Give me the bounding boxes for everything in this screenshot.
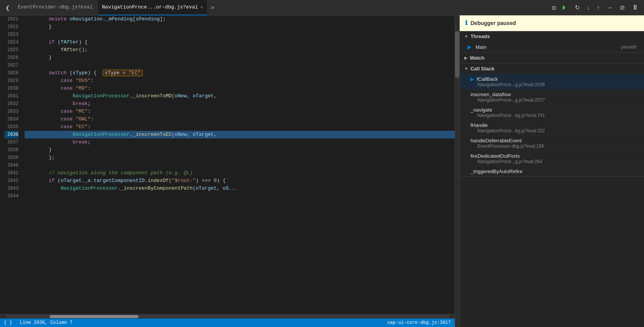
code-line: NavigationProcessor._inscreenByComponent…: [25, 185, 455, 192]
back-button[interactable]: ❮: [3, 3, 12, 12]
watch-header[interactable]: Watch: [460, 53, 644, 63]
debugger-banner: ℹ Debugger paused: [460, 15, 644, 31]
thread-arrow-icon: ▶: [467, 44, 472, 50]
code-line: }: [25, 23, 455, 31]
deactivate-button[interactable]: ⊘: [617, 2, 627, 13]
line-numbers: 2021 2022 2023 2024 2025 2026 2027 2028 …: [0, 15, 22, 314]
code-line: switch (sType) { sType = "EC": [25, 69, 455, 77]
call-stack-label: Call Stack: [470, 66, 494, 72]
step-button[interactable]: →: [604, 3, 615, 13]
code-line: if (fAfter) {: [25, 38, 455, 46]
stack-fn-name: inscreen_dataflow: [470, 92, 511, 97]
stack-fn-name: _triggeredByAutoRefire: [470, 169, 522, 174]
watch-label: Watch: [470, 55, 485, 61]
pause-button[interactable]: ⏸: [629, 2, 641, 13]
right-panel: ℹ Debugger paused Threads ▶ Main paused: [459, 15, 644, 327]
step-over-button[interactable]: ↻: [572, 2, 582, 13]
stack-frame-2[interactable]: _navigate NavigationProce...bg.js?eval:7…: [460, 105, 644, 120]
step-out-button[interactable]: ↑: [594, 3, 602, 13]
code-area[interactable]: 2021 2022 2023 2024 2025 2026 2027 2028 …: [0, 15, 455, 314]
editor-wrapper: 2021 2022 2023 2024 2025 2026 2027 2028 …: [0, 15, 459, 327]
thread-name: Main: [475, 44, 617, 50]
call-stack-header[interactable]: Call Stack: [460, 63, 644, 74]
code-line: }: [25, 146, 455, 154]
call-stack-section: Call Stack ▶ fCallBack NavigationProce..…: [460, 63, 644, 177]
threads-header[interactable]: Threads: [460, 31, 644, 42]
vertical-scrollbar[interactable]: [455, 15, 459, 327]
thread-main[interactable]: ▶ Main paused: [460, 42, 644, 52]
debugger-paused-text: Debugger paused: [470, 20, 516, 26]
code-line: [25, 162, 455, 169]
stack-frame-0[interactable]: ▶ fCallBack NavigationProce...g.js?eval:…: [460, 74, 644, 89]
threads-section: Threads ▶ Main paused: [460, 31, 644, 53]
call-stack-toggle-icon: [464, 67, 468, 71]
stack-location: EventProcessor-dbg.js?eval:189: [470, 143, 636, 149]
code-line: fAfter();: [25, 46, 455, 54]
stack-frame-3[interactable]: fHandle NavigationProce...bg.js?eval:252: [460, 120, 644, 135]
line-column-info: Line 2036, Column 7: [20, 320, 73, 325]
watch-toggle-icon: [464, 56, 467, 60]
stack-location: NavigationProce...g.js?eval:2036: [470, 82, 636, 87]
stack-location: NavigationProce...bg.js?eval:252: [470, 128, 636, 133]
stack-fn-name: fCallBack: [477, 76, 498, 82]
code-line: [25, 192, 455, 200]
code-line: [25, 62, 455, 69]
stack-location: NavigationProce...g.js?eval:264: [470, 159, 636, 164]
right-panel-scroll[interactable]: Threads ▶ Main paused Watch Ca: [460, 31, 644, 327]
code-line: }: [25, 54, 455, 62]
code-line: case "MC":: [25, 108, 455, 115]
thread-status: paused: [621, 44, 636, 50]
more-tabs-button[interactable]: »: [209, 4, 217, 11]
status-bar: { } Line 2036, Column 7 sap-ui-core-dbg.…: [0, 319, 455, 327]
code-line: break;: [25, 100, 455, 108]
panel-toggle-button[interactable]: ⊟: [549, 3, 559, 12]
tab-label: EventProvider-dbg.js?eval: [18, 4, 93, 10]
code-line: case "EC":: [25, 123, 455, 131]
tab-eventprovider[interactable]: EventProvider-dbg.js?eval: [14, 0, 97, 15]
threads-toggle-icon: [464, 34, 468, 38]
stack-fn-name: fHandle: [470, 122, 488, 128]
stack-location: NavigationProce...bg.js?eval:741: [470, 113, 636, 118]
toolbar: ❮ EventProvider-dbg.js?eval NavigationPr…: [0, 0, 644, 15]
tab-navigationprocessor[interactable]: NavigationProce...or-dbg.js?eval ✕: [98, 0, 207, 15]
stack-fn-name: handleDeferrableEvent: [470, 138, 522, 143]
code-line: // navigation along the component path (…: [25, 169, 455, 177]
code-lines: delete oNavigation._mPending[sPending]; …: [22, 15, 455, 314]
info-icon: ℹ: [465, 19, 467, 27]
threads-label: Threads: [470, 33, 490, 39]
code-line: NavigationProcessor._inscreenToMD(oNew, …: [25, 92, 455, 100]
call-stack-list: ▶ fCallBack NavigationProce...g.js?eval:…: [460, 74, 644, 176]
stack-frame-4[interactable]: handleDeferrableEvent EventProcessor-dbg…: [460, 135, 644, 151]
stack-fn-name: fireDedicatedOutPorts: [470, 153, 520, 159]
tab-bar: ❮ EventProvider-dbg.js?eval NavigationPr…: [3, 0, 559, 15]
stack-frame-6[interactable]: _triggeredByAutoRefire: [460, 166, 644, 176]
main-content: 2021 2022 2023 2024 2025 2026 2027 2028 …: [0, 15, 644, 327]
code-line: break;: [25, 138, 455, 146]
watch-section: Watch: [460, 53, 644, 63]
resume-button[interactable]: ⏵: [559, 2, 570, 13]
file-reference: sap-ui-core-dbg.js:3017: [387, 320, 451, 325]
active-frame-icon: ▶: [470, 76, 474, 82]
code-line: case "MD":: [25, 85, 455, 92]
code-line: };: [25, 154, 455, 162]
code-line: case "OVS":: [25, 77, 455, 85]
code-line: if (oTarget._a.targetComponentID.indexOf…: [25, 177, 455, 185]
code-line: [25, 31, 455, 38]
tab-label: NavigationProce...or-dbg.js?eval: [102, 4, 198, 10]
code-line: case "OWL":: [25, 115, 455, 123]
bracket-icon: { }: [4, 320, 12, 325]
horizontal-scrollbar[interactable]: [0, 314, 455, 319]
editor: 2021 2022 2023 2024 2025 2026 2027 2028 …: [0, 15, 455, 327]
close-icon[interactable]: ✕: [200, 4, 203, 10]
stack-frame-5[interactable]: fireDedicatedOutPorts NavigationProce...…: [460, 151, 644, 166]
code-line-active: NavigationProcessor._inscreenToEC(oNew, …: [25, 131, 455, 138]
stack-location: NavigationProce...g.js?eval:2077: [470, 97, 636, 103]
stack-frame-1[interactable]: inscreen_dataflow NavigationProce...g.js…: [460, 89, 644, 105]
step-into-button[interactable]: ↓: [584, 3, 592, 13]
debug-controls: ⏵ ↻ ↓ ↑ → ⊘ ⏸: [559, 2, 641, 13]
code-line: delete oNavigation._mPending[sPending];: [25, 15, 455, 23]
stack-fn-name: _navigate: [470, 107, 492, 113]
